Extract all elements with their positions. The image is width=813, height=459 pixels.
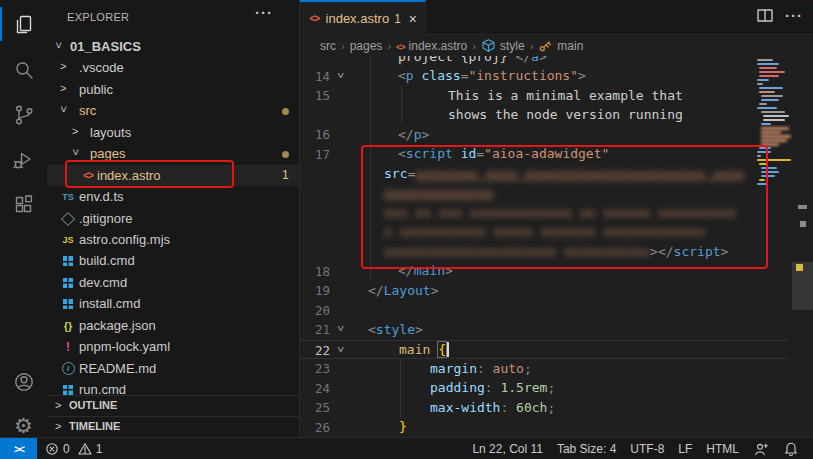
breadcrumb-item-style[interactable]: style xyxy=(481,38,525,53)
token: x xxxxxxxxxxx xxxxx xxxxxxx xxxxxxxxxxxx… xyxy=(384,224,705,239)
tree-item-src[interactable]: >src xyxy=(47,100,299,121)
tree-item-pnpm-lock-yaml[interactable]: !pnpm-lock.yaml xyxy=(47,336,299,357)
token: ; xyxy=(547,380,555,395)
tree-item--gitignore[interactable]: .gitignore xyxy=(47,208,299,229)
minimap[interactable] xyxy=(755,56,793,191)
ts-file-icon: TS xyxy=(60,189,76,205)
fold-chevron-icon[interactable]: > xyxy=(335,72,346,78)
token: > xyxy=(721,244,729,259)
code-editor[interactable]: project {proj} </a>14><p class="instruct… xyxy=(300,56,813,437)
code-line-24[interactable]: 24padding: 1.5rem; xyxy=(300,379,789,399)
code-line-25[interactable]: 25max-width: 60ch; xyxy=(300,398,789,418)
status-item-html[interactable]: HTML xyxy=(706,442,739,456)
tree-item-label: layouts xyxy=(90,125,131,140)
breadcrumb-item-main[interactable]: main xyxy=(538,38,583,53)
indent-guide xyxy=(370,242,371,262)
tree-item-01-basics[interactable]: >01_BASICS xyxy=(47,36,299,57)
code-line[interactable]: xxx xx xxx xxxxxxxxxxxxx xx xxxxxx xxxxx… xyxy=(300,203,789,223)
code-line-20[interactable]: 20 xyxy=(300,301,789,321)
search-icon[interactable] xyxy=(0,48,47,92)
breadcrumb-item-pages[interactable]: pages xyxy=(350,39,383,53)
code-text: project {proj} </a> xyxy=(398,56,547,65)
tree-item-env-d-ts[interactable]: TSenv.d.ts xyxy=(47,186,299,207)
astro-file-icon: <> xyxy=(308,11,321,27)
code-line-26[interactable]: 26} xyxy=(300,418,789,438)
tree-item-pages[interactable]: >pages xyxy=(47,143,299,164)
close-tab-icon[interactable]: × xyxy=(409,12,417,26)
code-line-14[interactable]: 14><p class="instructions"> xyxy=(300,67,789,87)
breadcrumb-item-index-astro[interactable]: <>index.astro xyxy=(396,39,467,53)
code-text: </Layout> xyxy=(368,283,438,299)
tree-item-public[interactable]: >public xyxy=(47,79,299,100)
breadcrumb-label: style xyxy=(500,39,525,53)
sidebar-more-actions-icon[interactable]: ··· xyxy=(255,4,273,21)
feedback-icon[interactable] xyxy=(753,441,769,457)
indent-guide xyxy=(370,125,371,145)
tree-item-label: README.md xyxy=(79,361,156,376)
status-item-lf[interactable]: LF xyxy=(678,442,692,456)
tree-item-label: pages xyxy=(90,146,125,161)
breadcrumb-label: pages xyxy=(350,39,383,53)
tree-item-index-astro[interactable]: <>index.astro1 xyxy=(47,165,299,186)
token: style xyxy=(376,322,415,337)
run-debug-icon[interactable] xyxy=(0,138,47,182)
tree-item-build-cmd[interactable]: build.cmd xyxy=(47,250,299,271)
code-line-16[interactable]: 16</p> xyxy=(300,125,789,145)
breadcrumb-item-src[interactable]: src xyxy=(320,39,336,53)
win-file-icon xyxy=(60,296,76,312)
code-line[interactable]: project {proj} </a> xyxy=(300,56,789,67)
tab-index-astro[interactable]: <> index.astro 1 × xyxy=(300,0,426,35)
breadcrumb-label: index.astro xyxy=(409,39,468,53)
status-item-utf-8[interactable]: UTF-8 xyxy=(630,442,664,456)
tree-item-install-cmd[interactable]: install.cmd xyxy=(47,293,299,314)
code-text: xxxxxxxxxxxxxx xyxy=(384,185,494,201)
code-line-22[interactable]: 22>main { xyxy=(300,340,789,360)
account-icon[interactable] xyxy=(0,360,47,404)
info-file-icon xyxy=(60,361,76,377)
split-editor-icon[interactable] xyxy=(757,9,773,22)
timeline-label: TIMELINE xyxy=(69,420,120,432)
timeline-section-header[interactable]: > TIMELINE xyxy=(47,416,299,437)
code-line[interactable]: shows the node version running xyxy=(300,106,789,126)
more-actions-icon[interactable]: ··· xyxy=(785,11,803,21)
fold-chevron-icon[interactable]: > xyxy=(335,326,346,332)
code-line-23[interactable]: 23margin: auto; xyxy=(300,359,789,379)
code-line-18[interactable]: 18</main> xyxy=(300,262,789,282)
indent-guide xyxy=(370,262,371,282)
token: xxxxxxxx xxxx xxxxxxxxxxxxxxxxxxxxxxx xx… xyxy=(415,166,744,181)
error-count: 0 xyxy=(63,442,70,456)
remote-indicator[interactable]: >< xyxy=(0,438,37,459)
problems-status[interactable]: 0 1 xyxy=(45,442,102,456)
token: </ xyxy=(398,127,414,142)
status-item-tab-size-4[interactable]: Tab Size: 4 xyxy=(557,442,616,456)
outline-section-header[interactable]: > OUTLINE xyxy=(47,395,299,416)
code-line[interactable]: src=xxxxxxxx xxxx xxxxxxxxxxxxxxxxxxxxxx… xyxy=(300,164,789,184)
line-number: 17 xyxy=(300,147,330,162)
extensions-icon[interactable] xyxy=(0,183,47,227)
token: main xyxy=(399,342,438,357)
tree-item-layouts[interactable]: >layouts xyxy=(47,122,299,143)
code-line-21[interactable]: 21><style> xyxy=(300,320,789,340)
line-number: 25 xyxy=(300,400,330,415)
tree-item--vscode[interactable]: >.vscode xyxy=(47,57,299,78)
status-item-ln-22-col-11[interactable]: Ln 22, Col 11 xyxy=(472,442,543,456)
code-line-15[interactable]: 15This is a minimal example that xyxy=(300,86,789,106)
source-control-icon[interactable] xyxy=(0,93,47,137)
token: > xyxy=(445,263,453,278)
explorer-icon[interactable] xyxy=(0,3,47,47)
breadcrumb-separator: › xyxy=(341,40,345,52)
token: </ xyxy=(515,56,531,64)
warning-icon xyxy=(78,442,92,456)
tree-item-readme-md[interactable]: README.md xyxy=(47,358,299,379)
chevron-right-icon: > xyxy=(55,399,61,411)
code-line[interactable]: xxxxxxxxxxxxxx xyxy=(300,184,789,204)
code-line[interactable]: xxxxxxxxxxxxxxxxxxxxxx xxxxxxxxxxx></scr… xyxy=(300,242,789,262)
code-line[interactable]: x xxxxxxxxxxx xxxxx xxxxxxx xxxxxxxxxxxx… xyxy=(300,223,789,243)
fold-chevron-icon[interactable]: > xyxy=(335,346,346,352)
code-line-17[interactable]: 17<script id="aioa-adawidget" xyxy=(300,145,789,165)
tree-item-astro-config-mjs[interactable]: JSastro.config.mjs xyxy=(47,229,299,250)
tree-item-dev-cmd[interactable]: dev.cmd xyxy=(47,272,299,293)
tree-item-package-json[interactable]: {}package.json xyxy=(47,315,299,336)
code-line-19[interactable]: 19</Layout> xyxy=(300,281,789,301)
bell-icon[interactable] xyxy=(783,441,799,457)
